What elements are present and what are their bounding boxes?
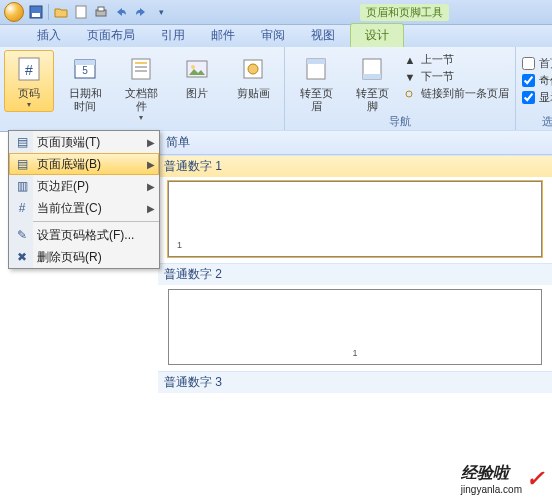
menu-page-bottom[interactable]: ▤ 页面底端(B) ▶: [9, 153, 159, 175]
chevron-down-icon: ▾: [27, 100, 31, 109]
gallery-item-title-3[interactable]: 普通数字 3: [158, 371, 552, 393]
gallery-preview-1[interactable]: 1: [168, 181, 542, 257]
preview-page-number: 1: [352, 348, 357, 358]
submenu-arrow-icon: ▶: [147, 137, 155, 148]
open-icon[interactable]: [53, 4, 69, 20]
svg-point-15: [191, 65, 195, 69]
svg-text:#: #: [25, 62, 33, 78]
menu-remove-label: 删除页码(R): [37, 249, 155, 266]
goto-footer-label: 转至页脚: [352, 87, 392, 113]
menu-separator: [33, 221, 159, 222]
goto-header-icon: [300, 53, 332, 85]
office-orb[interactable]: [4, 2, 24, 22]
show-doc-checkbox[interactable]: 显示文栏: [522, 90, 552, 105]
date-time-button[interactable]: 5 日期和 时间: [60, 50, 110, 116]
doc-parts-label: 文档部件: [121, 87, 161, 113]
svg-rect-21: [363, 74, 381, 79]
date-time-label: 日期和 时间: [69, 87, 102, 113]
current-position-icon: #: [13, 201, 31, 215]
svg-rect-1: [32, 13, 40, 17]
menu-current-position[interactable]: # 当前位置(C) ▶: [9, 197, 159, 219]
odd-even-diff-checkbox[interactable]: 奇偶页不: [522, 73, 552, 88]
checkbox-input[interactable]: [522, 74, 535, 87]
nav-group-label: 导航: [285, 114, 515, 129]
remove-icon: ✖: [13, 250, 31, 264]
doc-parts-button[interactable]: 文档部件 ▾: [116, 50, 166, 125]
group-header-footer: # 页码 ▾ 5 日期和 时间 文档部件 ▾ 图片 剪贴画: [0, 47, 285, 131]
preview-page-number: 1: [177, 240, 182, 250]
group-options: 首页不同 奇偶页不 显示文栏 选项: [516, 47, 552, 131]
svg-rect-19: [307, 59, 325, 64]
picture-button[interactable]: 图片: [172, 50, 222, 103]
picture-label: 图片: [186, 87, 208, 100]
watermark: 经验啦 jingyanla.com ✓: [461, 463, 544, 495]
qat-separator: [48, 4, 49, 20]
quick-access-toolbar: ▾: [0, 0, 552, 25]
menu-format-page-number[interactable]: ✎ 设置页码格式(F)...: [9, 224, 159, 246]
show-doc-label: 显示文栏: [539, 90, 552, 105]
tab-mail[interactable]: 邮件: [198, 23, 248, 47]
goto-header-button[interactable]: 转至页眉: [291, 50, 341, 116]
page-number-icon: #: [13, 53, 45, 85]
arrow-down-icon: ▼: [403, 70, 417, 84]
page-number-label: 页码: [18, 87, 40, 100]
prev-section-button[interactable]: ▲上一节: [403, 52, 509, 67]
odd-even-diff-label: 奇偶页不: [539, 73, 552, 88]
tab-layout[interactable]: 页面布局: [74, 23, 148, 47]
qat-more-icon[interactable]: ▾: [153, 4, 169, 20]
svg-rect-12: [135, 66, 147, 68]
save-icon[interactable]: [28, 4, 44, 20]
print-icon[interactable]: [93, 4, 109, 20]
goto-footer-button[interactable]: 转至页脚: [347, 50, 397, 116]
page-top-icon: ▤: [13, 135, 31, 149]
clipart-button[interactable]: 剪贴画: [228, 50, 278, 103]
watermark-brand: 经验啦: [461, 464, 509, 481]
svg-point-17: [248, 64, 258, 74]
nav-small-buttons: ▲上一节 ▼下一节 链接到前一条页眉: [403, 50, 509, 103]
ribbon: # 页码 ▾ 5 日期和 时间 文档部件 ▾ 图片 剪贴画: [0, 47, 552, 132]
first-page-diff-checkbox[interactable]: 首页不同: [522, 56, 552, 71]
menu-page-top[interactable]: ▤ 页面顶端(T) ▶: [9, 131, 159, 153]
checkbox-input[interactable]: [522, 57, 535, 70]
gallery-item-title-2[interactable]: 普通数字 2: [158, 263, 552, 285]
prev-section-label: 上一节: [421, 52, 454, 67]
page-number-gallery: 简单 普通数字 1 1 普通数字 2 1 普通数字 3: [158, 130, 552, 501]
redo-icon[interactable]: [133, 4, 149, 20]
checkbox-input[interactable]: [522, 91, 535, 104]
menu-current-position-label: 当前位置(C): [37, 200, 141, 217]
tab-references[interactable]: 引用: [148, 23, 198, 47]
undo-icon[interactable]: [113, 4, 129, 20]
link-icon: [403, 87, 417, 101]
clipart-label: 剪贴画: [237, 87, 270, 100]
submenu-arrow-icon: ▶: [147, 203, 155, 214]
check-icon: ✓: [526, 466, 544, 492]
svg-text:5: 5: [82, 65, 88, 76]
page-bottom-icon: ▤: [13, 157, 31, 171]
menu-format-label: 设置页码格式(F)...: [37, 227, 155, 244]
svg-rect-2: [76, 6, 86, 18]
page-number-dropdown: ▤ 页面顶端(T) ▶ ▤ 页面底端(B) ▶ ▥ 页边距(P) ▶ # 当前位…: [8, 130, 160, 269]
link-prev-button[interactable]: 链接到前一条页眉: [403, 86, 509, 101]
tab-design-active[interactable]: 设计: [350, 23, 404, 47]
new-icon[interactable]: [73, 4, 89, 20]
submenu-arrow-icon: ▶: [147, 159, 155, 170]
watermark-url: jingyanla.com: [461, 484, 522, 495]
group-navigation: 转至页眉 转至页脚 ▲上一节 ▼下一节 链接到前一条页眉 导航: [285, 47, 516, 131]
tab-review[interactable]: 审阅: [248, 23, 298, 47]
page-margins-icon: ▥: [13, 179, 31, 193]
page-number-button[interactable]: # 页码 ▾: [4, 50, 54, 112]
gallery-preview-2[interactable]: 1: [168, 289, 542, 365]
svg-rect-11: [135, 62, 147, 64]
tab-view[interactable]: 视图: [298, 23, 348, 47]
tab-insert[interactable]: 插入: [24, 23, 74, 47]
menu-remove-page-number[interactable]: ✖ 删除页码(R): [9, 246, 159, 268]
arrow-up-icon: ▲: [403, 53, 417, 67]
gallery-header: 简单: [158, 131, 552, 155]
next-section-button[interactable]: ▼下一节: [403, 69, 509, 84]
gallery-item-title-1[interactable]: 普通数字 1: [158, 155, 552, 177]
svg-rect-4: [98, 7, 104, 11]
menu-page-margins[interactable]: ▥ 页边距(P) ▶: [9, 175, 159, 197]
next-section-label: 下一节: [421, 69, 454, 84]
picture-icon: [181, 53, 213, 85]
calendar-icon: 5: [69, 53, 101, 85]
